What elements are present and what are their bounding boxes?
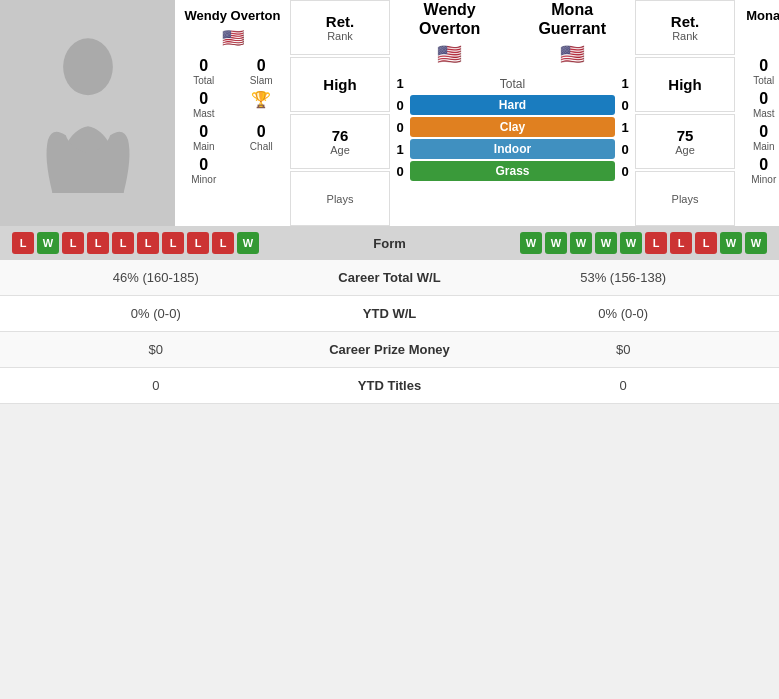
left-form-badges: LWLLLLLLLW [12, 232, 259, 254]
form-badge-left: L [62, 232, 84, 254]
form-badge-left: L [12, 232, 34, 254]
left-player-stats: Wendy Overton 🇺🇸 0 Total 0 Slam 0 Mast 🏆 [175, 0, 290, 226]
left-player-photo [0, 0, 175, 226]
comparison-center-label: YTD W/L [312, 296, 468, 332]
center-left-player-name: WendyOverton [419, 0, 480, 38]
comparison-left-value: $0 [0, 332, 312, 368]
form-badge-left: W [37, 232, 59, 254]
surface-score-right: 0 [615, 142, 635, 157]
right-main-stat: 0 Main [739, 123, 779, 152]
right-form-badges: WWWWWLLLWW [520, 232, 767, 254]
center-left-name-col: WendyOverton 🇺🇸 [419, 0, 480, 72]
right-rank-box: Ret. Rank [635, 0, 735, 55]
right-player-name: Mona Guerrant [746, 8, 779, 23]
right-total-stat: 0 Total [739, 57, 779, 86]
left-mast-stat: 0 Mast [179, 90, 229, 119]
comparison-row: 0 YTD Titles 0 [0, 368, 779, 404]
comparison-row: $0 Career Prize Money $0 [0, 332, 779, 368]
surface-score-left: 0 [390, 164, 410, 179]
surface-score-left: 0 [390, 120, 410, 135]
form-badge-left: L [112, 232, 134, 254]
right-player-stats-grid: 0 Total 0 Slam 0 Mast 🏆 0 Main [739, 57, 779, 185]
surface-row: 0 Hard 0 [390, 95, 635, 115]
comparison-table: 46% (160-185) Career Total W/L 53% (156-… [0, 260, 779, 404]
surface-badge: Hard [410, 95, 615, 115]
comparison-left-value: 0% (0-0) [0, 296, 312, 332]
form-badge-left: L [87, 232, 109, 254]
surface-row: 1 Indoor 0 [390, 139, 635, 159]
form-badge-left: W [237, 232, 259, 254]
left-side-info: Ret. Rank High 76 Age Plays [290, 0, 390, 226]
form-badge-right: W [545, 232, 567, 254]
left-player-name: Wendy Overton [185, 8, 281, 23]
left-player-flag: 🇺🇸 [222, 27, 244, 49]
surface-score-right: 0 [615, 164, 635, 179]
total-score-left: 1 [390, 76, 410, 91]
comparison-center-label: YTD Titles [312, 368, 468, 404]
comparison-right-value: $0 [467, 332, 779, 368]
right-plays-box: Plays [635, 171, 735, 226]
comparison-center-label: Career Total W/L [312, 260, 468, 296]
comparison-right-value: 0 [467, 368, 779, 404]
right-mast-stat: 0 Mast [739, 90, 779, 119]
left-total-stat: 0 Total [179, 57, 229, 86]
form-badge-right: L [670, 232, 692, 254]
svg-point-0 [63, 38, 113, 95]
left-rank-box: Ret. Rank [290, 0, 390, 55]
center-area: WendyOverton 🇺🇸 MonaGuerrant 🇺🇸 1 Total … [390, 0, 635, 226]
left-high-box: High [290, 57, 390, 112]
center-names: WendyOverton 🇺🇸 MonaGuerrant 🇺🇸 [390, 0, 635, 72]
main-container: Wendy Overton 🇺🇸 0 Total 0 Slam 0 Mast 🏆 [0, 0, 779, 404]
left-chall-stat: 0 Chall [237, 123, 287, 152]
surface-score-right: 1 [615, 120, 635, 135]
form-badge-left: L [212, 232, 234, 254]
left-player-silhouette [28, 33, 148, 193]
surface-row: 0 Grass 0 [390, 161, 635, 181]
comparison-left-value: 0 [0, 368, 312, 404]
form-badge-right: W [720, 232, 742, 254]
form-badge-left: L [187, 232, 209, 254]
comparison-row: 46% (160-185) Career Total W/L 53% (156-… [0, 260, 779, 296]
form-badge-left: L [162, 232, 184, 254]
form-badge-right: W [620, 232, 642, 254]
right-age-box: 75 Age [635, 114, 735, 169]
comparison-left-value: 46% (160-185) [0, 260, 312, 296]
form-badge-right: L [645, 232, 667, 254]
comparison-right-value: 53% (156-138) [467, 260, 779, 296]
total-row: 1 Total 1 [390, 76, 635, 91]
form-badge-left: L [137, 232, 159, 254]
right-minor-stat: 0 Minor [739, 156, 779, 185]
surface-badge: Indoor [410, 139, 615, 159]
total-label: Total [410, 77, 615, 91]
form-badge-right: W [745, 232, 767, 254]
form-section: LWLLLLLLLW Form WWWWWLLLWW [0, 226, 779, 260]
center-right-player-name: MonaGuerrant [538, 0, 606, 38]
right-side-info: Ret. Rank High 75 Age Plays [635, 0, 735, 226]
surface-badge: Grass [410, 161, 615, 181]
form-badge-right: L [695, 232, 717, 254]
form-badge-right: W [570, 232, 592, 254]
form-badge-right: W [520, 232, 542, 254]
center-right-name-col: MonaGuerrant 🇺🇸 [538, 0, 606, 72]
left-minor-stat: 0 Minor [179, 156, 229, 185]
comparison-right-value: 0% (0-0) [467, 296, 779, 332]
left-slam-stat: 0 Slam [237, 57, 287, 86]
left-plays-box: Plays [290, 171, 390, 226]
top-player-section: Wendy Overton 🇺🇸 0 Total 0 Slam 0 Mast 🏆 [0, 0, 779, 226]
surface-rows: 0 Hard 0 0 Clay 1 1 Indoor 0 0 Grass 0 [390, 95, 635, 181]
right-high-box: High [635, 57, 735, 112]
surface-score-left: 1 [390, 142, 410, 157]
surface-score-left: 0 [390, 98, 410, 113]
left-age-box: 76 Age [290, 114, 390, 169]
comparison-center-label: Career Prize Money [312, 332, 468, 368]
left-trophy-icon: 🏆 [237, 90, 287, 119]
form-badge-right: W [595, 232, 617, 254]
surface-row: 0 Clay 1 [390, 117, 635, 137]
comparison-row: 0% (0-0) YTD W/L 0% (0-0) [0, 296, 779, 332]
surface-score-right: 0 [615, 98, 635, 113]
left-main-stat: 0 Main [179, 123, 229, 152]
left-player-stats-grid: 0 Total 0 Slam 0 Mast 🏆 0 Main [179, 57, 286, 185]
form-label: Form [373, 236, 406, 251]
surface-badge: Clay [410, 117, 615, 137]
right-player-stats: Mona Guerrant 🇺🇸 0 Total 0 Slam 0 Mast 🏆 [735, 0, 779, 226]
